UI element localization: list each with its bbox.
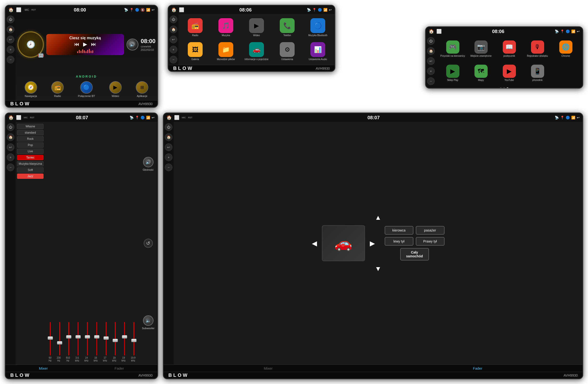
fader-btn[interactable]: Fader	[110, 366, 129, 371]
home-icon-2[interactable]: 🏠	[171, 7, 176, 12]
preset-rock[interactable]: Rock	[17, 136, 43, 141]
app-muzyka[interactable]: 🎵 Muzyka	[211, 17, 240, 39]
fader-btn-5[interactable]: Fader	[468, 366, 487, 371]
home-icon[interactable]: 🏠	[8, 7, 14, 12]
vol-down-btn-3[interactable]: −	[427, 77, 435, 85]
app-wideo[interactable]: ▶ Wideo	[242, 17, 271, 39]
power-btn-5[interactable]: ⏻	[165, 123, 172, 131]
thumb-910hz[interactable]	[66, 335, 71, 339]
track-18k[interactable]	[115, 322, 116, 356]
vol-down-btn-4[interactable]: −	[7, 163, 14, 171]
btn-pasazer[interactable]: pasażer	[416, 226, 444, 235]
track-14k[interactable]	[87, 322, 88, 356]
vol-down-btn[interactable]: −	[7, 56, 14, 63]
app-menedzer[interactable]: 📁 Menedżer plików	[211, 40, 240, 62]
power-btn-4[interactable]: ⏻	[7, 123, 14, 131]
app-youtube[interactable]: ▶ YouTube	[496, 62, 523, 84]
track-19k[interactable]	[124, 322, 125, 356]
app-galeria[interactable]: 🖼 Galeria	[181, 40, 210, 62]
thumb-230hz[interactable]	[57, 341, 62, 344]
screen-icon[interactable]: ⬜	[16, 7, 21, 12]
play-btn[interactable]: ▶	[83, 41, 87, 47]
app-telefon[interactable]: 📞 Telefon	[273, 17, 302, 39]
power-btn-3[interactable]: ⏻	[427, 37, 435, 45]
power-btn[interactable]: ⏻	[7, 16, 14, 23]
back-side-btn-4[interactable]: ↩	[7, 143, 14, 151]
back-icon-3[interactable]: ↩	[577, 29, 580, 33]
mixer-btn[interactable]: Mixer	[34, 366, 53, 371]
music-player[interactable]: Ciesz się muzyką ⏮ ▶ ⏭	[46, 34, 124, 55]
back-icon-5[interactable]: ↩	[577, 116, 580, 120]
app-radio[interactable]: 📻 Radio	[181, 17, 210, 39]
home-side-btn-3[interactable]: 🏠	[427, 47, 435, 55]
back-icon-4[interactable]: ↩	[152, 116, 154, 120]
preset-live[interactable]: Live	[17, 149, 43, 154]
nav-radio[interactable]: 📻 Radio	[51, 81, 64, 98]
down-arrow[interactable]: ▼	[375, 265, 381, 273]
subwoofer-knob[interactable]: 🔈	[143, 315, 153, 326]
btn-kierowca[interactable]: kierowca	[385, 226, 413, 235]
app-kierownica[interactable]: 🎮 Przyciski na kierownicy	[439, 38, 466, 60]
back-side-btn[interactable]: ↩	[7, 36, 14, 43]
preset-muzyka-kl[interactable]: Muzyka klasyczna	[17, 161, 43, 166]
preset-taniec[interactable]: Taniec	[17, 155, 43, 160]
btn-lewy-tyl[interactable]: lewy tył	[385, 237, 413, 246]
screen-icon-4[interactable]: ⬜	[16, 115, 21, 120]
back-side-btn-2[interactable]: ↩	[169, 36, 177, 43]
vol-up-btn-2[interactable]: +	[169, 46, 177, 53]
mixer-btn-5[interactable]: Mixer	[259, 366, 277, 371]
app-chrome[interactable]: 🌐 Chrome	[552, 38, 579, 60]
track-910hz[interactable]	[68, 322, 69, 356]
app-rejestrator[interactable]: 🎙 Rejestrator dźwięku	[524, 38, 551, 60]
home-side-btn-5[interactable]: 🏠	[165, 133, 172, 141]
next-btn[interactable]: ⏭	[91, 41, 96, 47]
track-16k[interactable]	[96, 322, 97, 356]
refresh-btn[interactable]: ↺	[144, 239, 153, 248]
track-19k9[interactable]	[133, 322, 134, 356]
home-side-btn-4[interactable]: 🏠	[7, 133, 14, 141]
track-60hz[interactable]	[50, 322, 51, 356]
thumb-17k[interactable]	[104, 336, 109, 340]
right-arrow[interactable]: ▶	[370, 239, 375, 247]
dot-2[interactable]	[503, 87, 505, 89]
nav-aplikacje[interactable]: ⊞ Aplikacje	[136, 81, 148, 98]
volume-knob[interactable]: 🔊	[143, 157, 153, 167]
track-17k[interactable]	[106, 322, 106, 356]
back-icon-2[interactable]: ↩	[329, 8, 332, 12]
thumb-19k9[interactable]	[131, 339, 137, 342]
vol-down-btn-5[interactable]: −	[165, 163, 172, 171]
screen-icon-5[interactable]: ⬜	[174, 115, 179, 120]
thumb-19k[interactable]	[122, 335, 127, 339]
app-podrecznik[interactable]: 📖 podręcznik	[496, 38, 523, 60]
track-230hz[interactable]	[59, 322, 60, 356]
prev-btn[interactable]: ⏮	[74, 41, 79, 47]
nav-nawigacja[interactable]: 🧭 Nawigacja	[25, 81, 37, 98]
back-icon-1[interactable]: ↩	[152, 8, 154, 12]
app-sklep[interactable]: ▶ Sklep Play	[439, 62, 466, 84]
left-arrow[interactable]: ◀	[312, 239, 317, 247]
app-ustawienia[interactable]: ⚙ Ustawienia	[273, 40, 302, 62]
dot-3[interactable]	[506, 87, 508, 89]
thumb-60hz[interactable]	[48, 336, 53, 340]
vol-up-btn-3[interactable]: +	[427, 67, 435, 75]
track-3k6[interactable]	[78, 322, 79, 356]
app-mapy[interactable]: 🗺 Mapy	[467, 62, 494, 84]
screen-icon-3[interactable]: ⬜	[436, 29, 442, 34]
power-btn-2[interactable]: ⏻	[169, 16, 177, 23]
home-side-btn-2[interactable]: 🏠	[169, 26, 177, 33]
app-phonelink[interactable]: 📱 phonelink	[524, 62, 551, 84]
app-wejscie[interactable]: 📷 Wejście zewnętrzne	[467, 38, 494, 60]
thumb-18k[interactable]	[113, 339, 118, 342]
vol-down-btn-2[interactable]: −	[169, 56, 177, 63]
up-arrow[interactable]: ▲	[375, 214, 381, 222]
vol-up-btn[interactable]: +	[7, 46, 14, 53]
vol-up-btn-4[interactable]: +	[7, 153, 14, 161]
preset-pop[interactable]: Pop	[17, 142, 43, 148]
app-audio[interactable]: 📊 Ustawienia Audio	[303, 40, 332, 62]
thumb-14k[interactable]	[85, 335, 90, 339]
home-icon-3[interactable]: 🏠	[429, 29, 434, 34]
btn-prawy-tyl[interactable]: Prawy tył	[416, 237, 444, 246]
preset-jazz[interactable]: Jazz	[17, 174, 43, 179]
btn-caly[interactable]: Całysamochód	[400, 248, 429, 261]
thumb-3k6[interactable]	[75, 335, 81, 339]
